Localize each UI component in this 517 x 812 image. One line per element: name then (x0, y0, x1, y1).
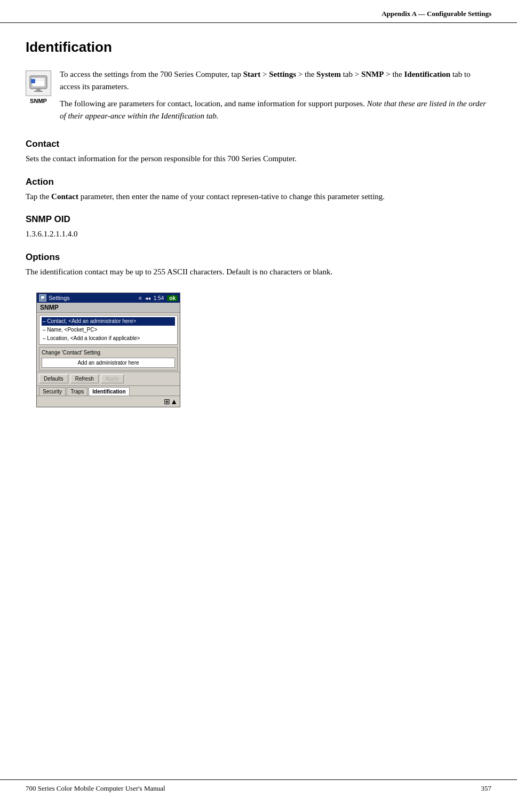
intro-paragraph-1: To access the settings from the 700 Seri… (60, 68, 491, 92)
tree-item-location[interactable]: – Location, <Add a location if applicabl… (42, 334, 175, 343)
tree-item-contact[interactable]: – Contact, <Add an administrator here> (42, 317, 175, 326)
intro-paragraph-2: The following are parameters for contact… (60, 98, 491, 122)
screenshot-container: Settings ≡ ◂◂ 1:54 ok SNMP – Contact, <A… (36, 293, 180, 407)
snmp-icon-container: SNMP (26, 68, 51, 127)
section-heading-action: Action (26, 177, 491, 187)
section-body-contact: Sets the contact information for the per… (26, 153, 491, 165)
intro-text: To access the settings from the 700 Seri… (60, 68, 491, 127)
screen-contact-input[interactable]: Add an administrator here (42, 358, 175, 368)
page-title: Identification (26, 39, 491, 56)
screen-app-icon (39, 294, 46, 302)
ok-badge[interactable]: ok (167, 295, 178, 301)
defaults-button[interactable]: Defaults (39, 374, 68, 383)
svg-rect-4 (36, 89, 41, 91)
tree-item-name[interactable]: – Name, <Pocket_PC> (42, 326, 175, 334)
screen-change-label: Change 'Contact' Setting (42, 350, 175, 356)
section-heading-options: Options (26, 252, 491, 263)
section-body-snmp-oid: 1.3.6.1.2.1.1.4.0 (26, 228, 491, 240)
keyboard-icon[interactable]: ⊞▲ (164, 397, 178, 406)
refresh-button[interactable]: Refresh (70, 374, 99, 383)
screen-button-row: Defaults Refresh Apply (37, 372, 180, 385)
page-footer: 700 Series Color Mobile Computer User's … (0, 779, 517, 797)
screen-bottom-bar: ⊞▲ (37, 396, 180, 407)
signal-icon: ≡ (139, 295, 142, 301)
screen-treelist[interactable]: – Contact, <Add an administrator here> –… (39, 315, 178, 345)
screen-titlebar-right: ≡ ◂◂ 1:54 ok (139, 295, 178, 301)
screen-time: 1:54 (154, 295, 164, 301)
intro-section: SNMP To access the settings from the 700… (26, 68, 491, 127)
screen-tabbar: Security Traps Identification (37, 385, 180, 396)
screenshot: Settings ≡ ◂◂ 1:54 ok SNMP – Contact, <A… (36, 293, 180, 407)
svg-rect-3 (31, 79, 35, 83)
header-text: Appendix A — Configurable Settings (381, 10, 491, 18)
screen-change-area: Change 'Contact' Setting Add an administ… (39, 347, 178, 370)
screen-snmp-header: SNMP (37, 303, 180, 313)
apply-button[interactable]: Apply (101, 374, 124, 383)
footer-left: 700 Series Color Mobile Computer User's … (26, 784, 165, 793)
svg-rect-5 (34, 91, 43, 92)
volume-icon: ◂◂ (145, 295, 150, 301)
svg-rect-7 (41, 296, 44, 298)
tab-traps[interactable]: Traps (67, 387, 88, 396)
screen-titlebar: Settings ≡ ◂◂ 1:54 ok (37, 293, 180, 303)
section-heading-snmp-oid: SNMP OID (26, 214, 491, 225)
section-heading-contact: Contact (26, 139, 491, 149)
snmp-icon (26, 70, 51, 96)
snmp-icon-label: SNMP (30, 98, 47, 104)
section-body-options: The identification contact may be up to … (26, 266, 491, 278)
screen-titlebar-left: Settings (39, 294, 70, 302)
footer-right: 357 (481, 784, 492, 793)
page-header: Appendix A — Configurable Settings (0, 0, 517, 23)
tab-identification[interactable]: Identification (89, 387, 129, 396)
section-body-action: Tap the Contact parameter, then enter th… (26, 191, 491, 203)
tab-security[interactable]: Security (39, 387, 66, 396)
screen-app-name: Settings (49, 295, 70, 301)
main-content: Identification SNMP To access the settin… (0, 23, 517, 450)
svg-rect-8 (41, 299, 43, 299)
